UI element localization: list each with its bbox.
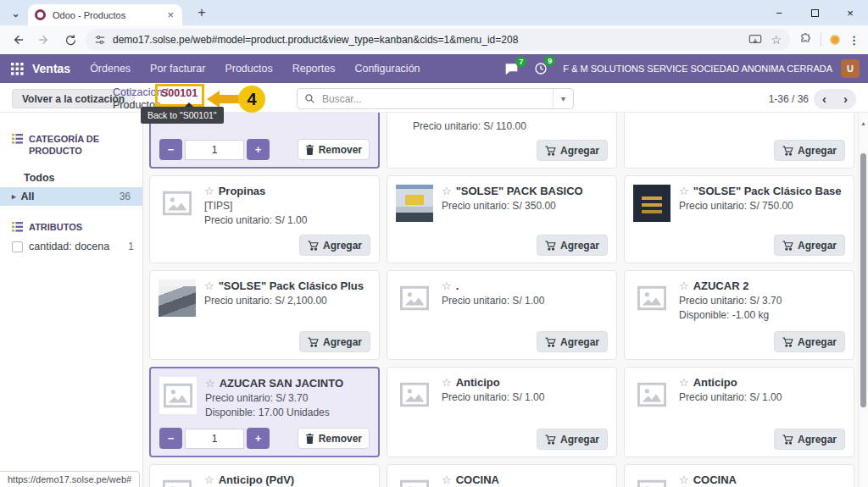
product-card[interactable]: ☆ . Precio unitario: S/ 1.00 Agregar <box>387 270 617 360</box>
extensions-icon[interactable] <box>798 33 812 47</box>
cast-icon[interactable] <box>748 34 762 46</box>
tab-search-button[interactable]: ⌄ <box>7 4 25 22</box>
cart-icon <box>545 434 556 445</box>
product-title: "SOLSE" Pack Clásico Plus <box>219 279 364 292</box>
add-to-cart-button[interactable]: Agregar <box>774 235 845 256</box>
attributes-header-label: ATRIBUTOS <box>29 221 82 233</box>
product-image <box>396 279 433 317</box>
search-dropdown-toggle[interactable]: ▾ <box>553 89 573 108</box>
favorite-star-icon[interactable]: ☆ <box>442 376 452 389</box>
product-card[interactable]: ☆ AZUCAR 2 Precio unitario: S/ 3.70 Disp… <box>624 270 854 360</box>
favorite-star-icon[interactable]: ☆ <box>679 185 689 197</box>
attribute-cantidad-docena[interactable]: cantidad: docena 1 <box>12 241 134 252</box>
back-to-tooltip: Back to "S00101" <box>141 107 224 124</box>
pager-next-button[interactable]: › <box>835 89 856 109</box>
add-to-cart-button[interactable]: Agregar <box>299 331 370 352</box>
increase-quantity-button[interactable]: + <box>247 428 270 449</box>
vertical-scrollbar[interactable]: ▴ <box>858 113 868 487</box>
quantity-stepper: − 1 + <box>159 139 270 160</box>
messages-button[interactable]: 7 <box>504 63 519 75</box>
product-card[interactable]: ☆ AZUCAR SAN JACINTO Precio unitario: S/… <box>149 367 380 457</box>
user-avatar[interactable]: U <box>841 59 860 78</box>
add-to-cart-button[interactable]: Agregar <box>774 331 845 352</box>
window-close-button[interactable]: × <box>832 0 868 25</box>
favorite-star-icon[interactable]: ☆ <box>442 185 452 197</box>
tab-close-icon[interactable]: × <box>165 9 175 20</box>
favorite-star-icon[interactable]: ☆ <box>204 279 214 292</box>
divider <box>821 33 821 47</box>
reload-button[interactable] <box>62 31 79 48</box>
quantity-value[interactable]: 1 <box>185 140 244 160</box>
decrease-quantity-button[interactable]: − <box>159 428 182 449</box>
pager-previous-button[interactable]: ‹ <box>814 89 835 109</box>
product-card[interactable]: ☆ COCINA Agregar <box>624 464 854 487</box>
add-to-cart-button[interactable]: Agregar <box>299 235 370 256</box>
browser-menu-icon[interactable]: ⋮ <box>849 34 860 47</box>
favorite-star-icon[interactable]: ☆ <box>204 185 214 197</box>
menu-configuracion[interactable]: Configuración <box>354 63 420 75</box>
reload-icon <box>64 34 77 47</box>
image-placeholder-icon <box>163 479 192 487</box>
favorite-star-icon[interactable]: ☆ <box>679 473 689 486</box>
product-title: AZUCAR 2 <box>693 279 749 292</box>
product-card[interactable]: ☆ COCINA Agregar <box>387 464 617 487</box>
menu-por-facturar[interactable]: Por facturar <box>150 63 205 75</box>
add-to-cart-button[interactable]: Agregar <box>537 235 608 256</box>
trash-icon <box>305 145 314 155</box>
add-to-cart-button[interactable]: Agregar <box>774 140 845 161</box>
back-button[interactable] <box>9 31 26 48</box>
favorite-star-icon[interactable]: ☆ <box>679 376 689 389</box>
scroll-up-arrow-icon[interactable]: ▴ <box>859 119 868 127</box>
favorite-star-icon[interactable]: ☆ <box>442 473 452 486</box>
sidebar-item-todos[interactable]: Todos <box>24 172 55 184</box>
product-title: Anticipo (PdV) <box>219 473 295 486</box>
product-image <box>633 376 670 413</box>
decrease-quantity-button[interactable]: − <box>159 139 182 160</box>
image-placeholder-icon <box>400 285 429 311</box>
menu-ordenes[interactable]: Órdenes <box>90 63 131 75</box>
product-card[interactable]: ☆ "SOLSE" PACK BASICO Precio unitario: S… <box>387 175 617 263</box>
favorite-star-icon[interactable]: ☆ <box>679 279 689 292</box>
increase-quantity-button[interactable]: + <box>247 139 270 160</box>
company-name[interactable]: F & M SOLUTIONS SERVICE SOCIEDAD ANONIMA… <box>563 64 832 74</box>
activities-button[interactable]: 9 <box>534 62 548 75</box>
favorite-star-icon[interactable]: ☆ <box>205 377 215 390</box>
product-card[interactable]: ☆ "SOLSE" Pack Clásico Plus Precio unita… <box>149 270 380 360</box>
forward-button[interactable] <box>36 31 53 48</box>
product-card[interactable]: ☆ Anticipo Precio unitario: S/ 1.00 Agre… <box>624 367 854 457</box>
remove-button[interactable]: Remover <box>298 139 370 160</box>
sidebar-item-all[interactable]: ▸ All 36 <box>0 187 142 206</box>
add-to-cart-button[interactable]: Agregar <box>537 331 608 352</box>
product-card[interactable]: Precio unitario: S/ 110.00 Agregar <box>387 113 617 169</box>
favorite-star-icon[interactable]: ☆ <box>442 279 452 292</box>
address-bar[interactable]: demo17.solse.pe/web#model=product.produc… <box>86 29 790 51</box>
apps-grid-icon[interactable] <box>11 63 24 75</box>
window-restore-button[interactable] <box>797 0 832 25</box>
menu-productos[interactable]: Productos <box>225 63 272 75</box>
scrollbar-thumb[interactable] <box>860 153 866 407</box>
favorite-star-icon[interactable]: ☆ <box>204 473 214 486</box>
add-to-cart-button[interactable]: Agregar <box>774 429 845 450</box>
app-name[interactable]: Ventas <box>32 62 70 75</box>
product-card[interactable]: ☆ Anticipo (PdV) Agregar <box>149 464 380 487</box>
product-card[interactable]: ☆ Propinas [TIPS] Precio unitario: S/ 1.… <box>149 175 380 263</box>
window-minimize-button[interactable]: − <box>761 0 797 25</box>
browser-tab[interactable]: Odoo - Productos × <box>28 4 182 25</box>
profile-avatar[interactable] <box>830 35 840 45</box>
product-card[interactable]: ☆ Anticipo Precio unitario: S/ 1.00 Agre… <box>387 367 617 457</box>
product-card[interactable]: ☆ "SOLSE" Pack Clásico Base Precio unita… <box>624 175 854 263</box>
attribute-label: cantidad: docena <box>29 241 109 252</box>
cart-icon <box>782 434 793 445</box>
new-tab-button[interactable]: + <box>192 3 212 23</box>
product-price: Precio unitario: S/ 350.00 <box>442 200 608 212</box>
add-to-cart-button[interactable]: Agregar <box>537 140 608 161</box>
menu-reportes[interactable]: Reportes <box>292 63 336 75</box>
remove-button[interactable]: Remover <box>298 428 370 449</box>
product-price: Precio unitario: S/ 750.00 <box>679 200 845 212</box>
quantity-value[interactable]: 1 <box>185 429 244 449</box>
search-input[interactable] <box>320 92 553 106</box>
add-to-cart-button[interactable]: Agregar <box>537 429 608 450</box>
product-card[interactable]: Agregar <box>624 113 854 169</box>
checkbox[interactable] <box>12 241 23 252</box>
bookmark-star-icon[interactable]: ☆ <box>771 33 782 47</box>
